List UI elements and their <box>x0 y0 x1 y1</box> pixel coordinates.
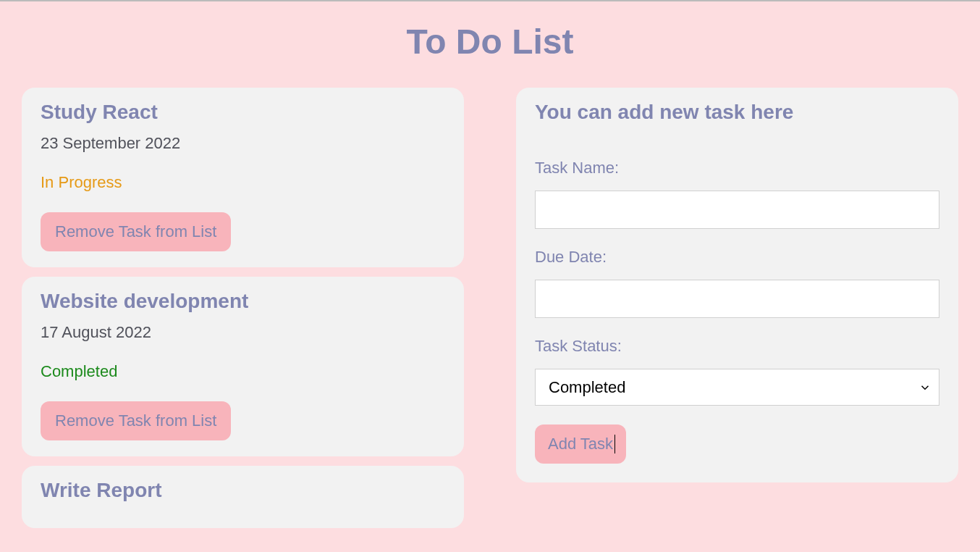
add-task-form-card: You can add new task here Task Name: Due… <box>516 88 958 482</box>
add-task-button[interactable]: Add Task <box>535 425 626 464</box>
task-status: In Progress <box>41 173 445 192</box>
due-date-input[interactable] <box>535 280 939 318</box>
task-card: Study React 23 September 2022 In Progres… <box>22 88 464 267</box>
task-status: Completed <box>41 362 445 381</box>
task-card: Website development 17 August 2022 Compl… <box>22 277 464 456</box>
form-column: You can add new task here Task Name: Due… <box>516 88 958 538</box>
task-status-select[interactable]: Completed <box>535 369 939 406</box>
page-title: To Do List <box>0 1 980 88</box>
task-status-label: Task Status: <box>535 337 939 356</box>
tasks-column: Study React 23 September 2022 In Progres… <box>22 88 464 538</box>
due-date-label: Due Date: <box>535 248 939 267</box>
task-name: Write Report <box>41 479 445 502</box>
task-name-input[interactable] <box>535 191 939 229</box>
task-name-label: Task Name: <box>535 159 939 177</box>
remove-task-button[interactable]: Remove Task from List <box>41 401 231 440</box>
form-title: You can add new task here <box>535 101 939 124</box>
remove-task-button[interactable]: Remove Task from List <box>41 212 231 251</box>
task-name: Website development <box>41 290 445 313</box>
task-date: 23 September 2022 <box>41 134 445 153</box>
task-name: Study React <box>41 101 445 124</box>
task-date: 17 August 2022 <box>41 323 445 342</box>
task-card: Write Report <box>22 466 464 528</box>
